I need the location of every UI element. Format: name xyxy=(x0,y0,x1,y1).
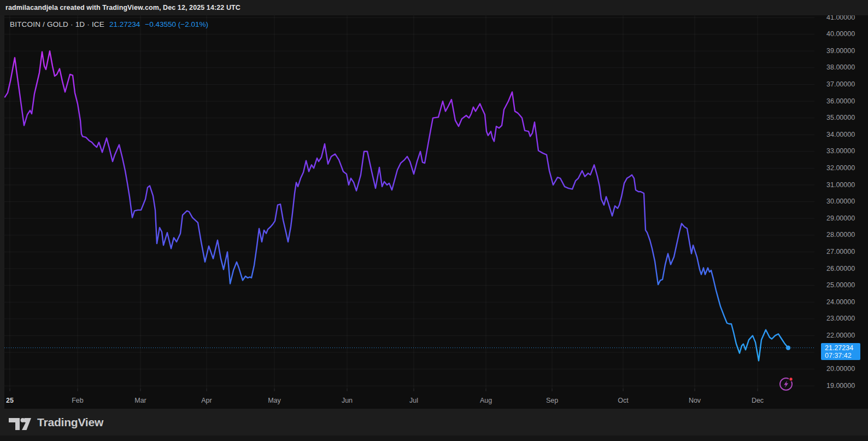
attribution-bar: radmilacandjela created with TradingView… xyxy=(0,0,868,15)
time-axis[interactable]: 25FebMarAprMayJunJulAugSepOctNovDec xyxy=(4,388,868,409)
price-axis-label: 22.00000 xyxy=(826,332,855,339)
price-axis-label: 24.00000 xyxy=(826,298,855,306)
price-chart-plot[interactable] xyxy=(4,15,868,409)
price-axis-label: 31.00000 xyxy=(826,181,855,189)
lightning-icon[interactable] xyxy=(778,376,795,393)
symbol-title[interactable]: BITCOIN / GOLD · 1D · ICE xyxy=(10,20,104,28)
time-axis-label: Jun xyxy=(342,397,353,404)
tradingview-mark-icon xyxy=(8,414,32,431)
time-axis-label: Feb xyxy=(72,397,84,404)
price-axis-label: 20.00000 xyxy=(826,365,855,373)
last-price-label: 21.27234 07:37:42 xyxy=(821,343,860,360)
price-axis-label: 29.00000 xyxy=(826,214,855,222)
footer-bar: TradingView xyxy=(0,409,868,436)
time-axis-label: Apr xyxy=(201,397,212,404)
symbol-last-price: 21.27234 xyxy=(109,20,140,28)
price-axis[interactable]: 41.0000040.0000039.0000038.0000037.00000… xyxy=(814,15,868,388)
price-axis-label: 37.00000 xyxy=(826,80,855,88)
symbol-change: −0.43550 (−2.01%) xyxy=(145,20,208,28)
price-axis-label: 40.00000 xyxy=(826,30,855,38)
time-axis-label: Dec xyxy=(752,397,764,404)
price-axis-label: 32.00000 xyxy=(826,164,855,172)
bar-countdown: 07:37:42 xyxy=(825,352,860,359)
tradingview-brand-text: TradingView xyxy=(37,416,103,429)
attribution-text: radmilacandjela created with TradingView… xyxy=(5,4,241,11)
time-axis-label: Nov xyxy=(689,397,701,404)
time-axis-label: Sep xyxy=(546,397,558,404)
price-axis-label: 33.00000 xyxy=(826,147,855,155)
price-axis-label: 23.00000 xyxy=(826,315,855,322)
price-axis-label: 25.00000 xyxy=(826,281,855,289)
time-axis-label: May xyxy=(268,397,281,404)
price-axis-label: 34.00000 xyxy=(826,131,855,138)
time-axis-label: Oct xyxy=(618,397,628,404)
symbol-legend: BITCOIN / GOLD · 1D · ICE 21.27234 −0.43… xyxy=(10,19,208,29)
price-axis-label: 30.00000 xyxy=(826,198,855,205)
time-axis-label: Aug xyxy=(480,397,492,404)
price-axis-label: 36.00000 xyxy=(826,97,855,105)
time-axis-label: Jul xyxy=(409,397,418,404)
price-axis-label: 39.00000 xyxy=(826,47,855,55)
time-axis-label: Mar xyxy=(134,397,146,404)
price-axis-label: 28.00000 xyxy=(826,231,855,239)
price-axis-label: 27.00000 xyxy=(826,248,855,256)
price-axis-label: 38.00000 xyxy=(826,63,855,71)
bottom-strip xyxy=(0,436,868,441)
last-price-value: 21.27234 xyxy=(825,344,860,352)
tradingview-logo[interactable]: TradingView xyxy=(8,414,103,431)
price-axis-label: 35.00000 xyxy=(826,114,855,121)
time-axis-label: 25 xyxy=(6,397,14,404)
price-axis-label: 26.00000 xyxy=(826,265,855,272)
